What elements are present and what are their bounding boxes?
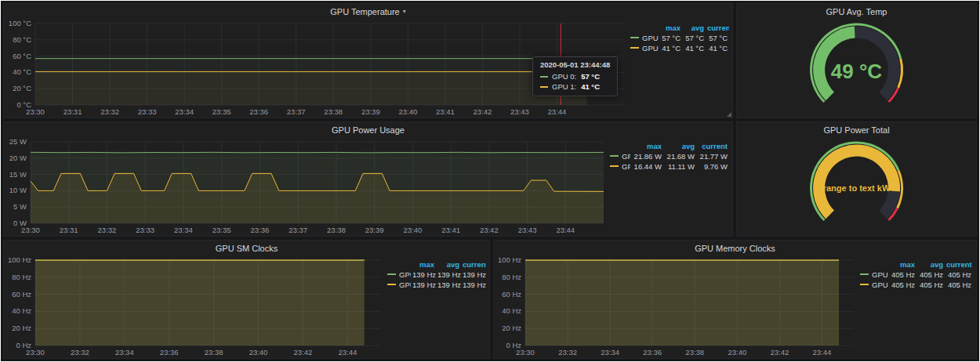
chart-canvas: 23:3023:3223:3423:3623:3823:4023:4223:44… (494, 255, 858, 358)
panel-header-gpu-sm-clocks[interactable]: GPU SM Clocks (4, 241, 489, 255)
panel-header-gpu-memory-clocks[interactable]: GPU Memory Clocks (494, 241, 976, 255)
legend-column-header[interactable]: current (706, 23, 729, 33)
gpu-sm-clocks-chart[interactable]: 23:3023:3223:3423:3623:3823:4023:4223:44… (4, 255, 386, 358)
panel-header-gpu-avg-temp[interactable]: GPU Avg. Temp (737, 4, 976, 19)
legend-value: 11.11 W (663, 161, 696, 172)
legend-column-header[interactable]: current (696, 141, 729, 151)
panel-body: range to text kW (737, 137, 976, 236)
panel-title[interactable]: GPU Memory Clocks (695, 244, 775, 253)
gauge-canvas: 49 °C (737, 19, 976, 118)
svg-text:0 Hz: 0 Hz (16, 341, 31, 349)
svg-text:60 Hz: 60 Hz (12, 290, 31, 299)
chart-canvas: 23:3023:3123:3223:3323:3423:3523:3623:37… (4, 137, 608, 236)
series-area (525, 260, 839, 346)
legend-series-name[interactable]: GPU 1 (386, 280, 411, 290)
panel-title[interactable]: GPU SM Clocks (216, 244, 278, 253)
legend-value: 139 Hz (411, 280, 436, 290)
legend-column-header[interactable]: avg (436, 259, 461, 270)
legend-column-header[interactable]: max (630, 141, 663, 151)
legend-value: 9.76 W (696, 161, 729, 172)
panel-title[interactable]: GPU Power Total (823, 125, 889, 135)
legend-header-row: maxavgcurrent (386, 259, 486, 270)
svg-text:100 °C: 100 °C (9, 19, 31, 27)
panel-gpu-sm-clocks: GPU SM Clocks 23:3023:3223:3423:3623:382… (3, 240, 490, 359)
gpu-temperature-legend: maxavgcurrentGPU 057 °C57 °C57 °CGPU 141… (629, 19, 732, 118)
svg-text:23:44: 23:44 (338, 348, 357, 357)
legend-column-header[interactable]: avg (916, 259, 945, 270)
gauge-value-label: range to text kW (823, 183, 891, 193)
series-area (35, 260, 365, 346)
svg-text:80 °C: 80 °C (13, 35, 31, 44)
legend-value: 139 Hz (461, 280, 486, 290)
legend-column-header[interactable]: max (888, 259, 916, 270)
panel-title[interactable]: GPU Temperature (330, 7, 399, 16)
legend-series-name[interactable]: GPU 0 (386, 270, 411, 280)
dashboard-row-3: GPU SM Clocks 23:3023:3223:3423:3623:382… (3, 240, 977, 359)
panel-title[interactable]: GPU Power Usage (332, 125, 405, 135)
panel-resize-handle[interactable] (727, 112, 731, 117)
series-swatch-icon (860, 284, 869, 285)
chart-canvas: 23:3023:3223:3423:3623:3823:4023:4223:44… (4, 255, 386, 358)
svg-text:40 °C: 40 °C (13, 67, 31, 76)
panel-gpu-power-usage: GPU Power Usage 23:3023:3123:3223:3323:3… (3, 121, 733, 237)
svg-text:10 W: 10 W (9, 186, 27, 194)
legend-row: GPU 0139 Hz139 Hz139 Hz (386, 270, 486, 280)
legend-series-name[interactable]: GPU 0 (629, 33, 659, 43)
legend-series-name[interactable]: GPU 0 (608, 151, 630, 161)
legend-header-row: maxavgcurrent (858, 259, 973, 270)
legend-row: GPU 116.44 W11.11 W9.76 W (608, 161, 729, 172)
legend-column-header[interactable]: max (659, 23, 682, 33)
svg-text:40 Hz: 40 Hz (502, 306, 521, 315)
svg-text:23:43: 23:43 (510, 107, 529, 116)
svg-text:23:38: 23:38 (324, 107, 343, 116)
chevron-down-icon: ▾ (403, 8, 406, 15)
panel-header-gpu-power-usage[interactable]: GPU Power Usage (4, 122, 732, 137)
panel-title[interactable]: GPU Avg. Temp (826, 7, 887, 16)
gpu-memory-clocks-legend: maxavgcurrentGPU 0405 Hz405 Hz405 HzGPU … (858, 255, 976, 358)
panel-body: 23:3023:3123:3223:3323:3423:3523:3623:37… (4, 137, 732, 236)
panel-gpu-temperature: GPU Temperature ▾ 23:3023:3123:3223:3323… (3, 3, 733, 118)
gpu-power-usage-chart[interactable]: 23:3023:3123:3223:3323:3423:3523:3623:37… (4, 137, 608, 236)
legend-column-header[interactable]: current (461, 259, 486, 270)
legend-column-header[interactable]: current (945, 259, 973, 270)
svg-text:23:40: 23:40 (249, 348, 268, 357)
legend-column-header[interactable]: avg (663, 141, 696, 151)
legend-row: GPU 0405 Hz405 Hz405 Hz (858, 270, 973, 280)
panel-header-gpu-temperature[interactable]: GPU Temperature ▾ (4, 4, 732, 19)
legend-value: 21.68 W (663, 151, 696, 161)
tooltip-row: GPU 0: 57 °C (540, 71, 610, 81)
legend-column-header[interactable]: max (411, 259, 436, 270)
legend-series-name[interactable]: GPU 0 (858, 270, 888, 280)
gauge-canvas: range to text kW (737, 137, 976, 236)
legend-column-header[interactable]: avg (682, 23, 706, 33)
svg-text:23:36: 23:36 (160, 348, 179, 357)
svg-text:23:39: 23:39 (361, 107, 380, 116)
svg-text:60 Hz: 60 Hz (502, 290, 521, 299)
legend-series-name[interactable]: GPU 1 (608, 161, 630, 172)
svg-text:23:35: 23:35 (212, 107, 231, 116)
legend-series-name[interactable]: GPU 1 (629, 43, 659, 53)
svg-text:23:38: 23:38 (205, 348, 223, 357)
svg-text:23:42: 23:42 (294, 348, 313, 357)
legend-header-row: maxavgcurrent (608, 141, 729, 151)
legend-value: 405 Hz (888, 280, 916, 290)
svg-text:23:40: 23:40 (403, 226, 422, 234)
svg-text:23:40: 23:40 (728, 348, 746, 357)
legend-header-row: maxavgcurrent (629, 23, 729, 33)
legend-value: 57 °C (682, 33, 706, 43)
legend-row: GPU 057 °C57 °C57 °C (629, 33, 729, 43)
svg-text:0 °C: 0 °C (16, 100, 31, 109)
panel-header-gpu-power-total[interactable]: GPU Power Total (737, 122, 976, 137)
svg-text:23:34: 23:34 (174, 226, 193, 234)
dashboard-row-2: GPU Power Usage 23:3023:3123:3223:3323:3… (3, 121, 977, 237)
tooltip-series-name: GPU 1: (552, 81, 576, 92)
svg-text:25 W: 25 W (9, 137, 27, 146)
svg-text:23:41: 23:41 (441, 226, 460, 234)
series-dash-icon (540, 76, 548, 78)
grafana-dashboard: GPU Temperature ▾ 23:3023:3123:3223:3323… (1, 1, 979, 361)
legend-series-name[interactable]: GPU 1 (858, 280, 888, 290)
legend-value: 21.77 W (696, 151, 729, 161)
series-dash-icon (540, 86, 548, 88)
gpu-memory-clocks-chart[interactable]: 23:3023:3223:3423:3623:3823:4023:4223:44… (494, 255, 858, 358)
svg-text:23:43: 23:43 (518, 226, 537, 234)
